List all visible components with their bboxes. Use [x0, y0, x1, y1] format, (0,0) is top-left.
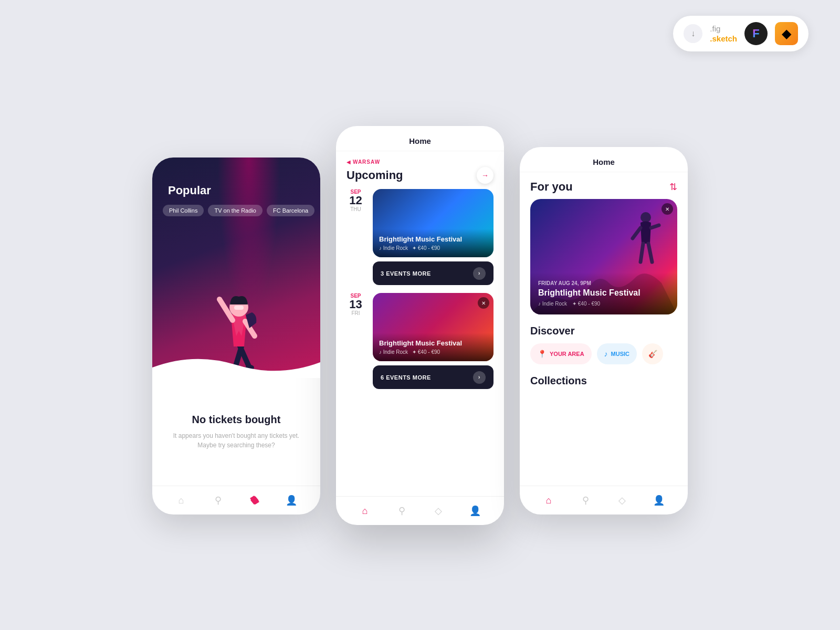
genre-1: ♪ Indie Rock	[379, 245, 408, 251]
area-icon: 📍	[538, 350, 547, 358]
event-section-sep13: SEP 13 FRI ✕ Brightlight Music Festival …	[346, 293, 494, 389]
phone-no-tickets: Popular Phil Collins TV on the Radio FC …	[152, 158, 320, 514]
discover-chip-music[interactable]: ♪ MUSIC	[597, 343, 637, 364]
phone3-header: Home	[520, 147, 688, 172]
featured-overlay: FRIDAY AUG 24, 9PM Brightlight Music Fes…	[530, 272, 677, 314]
for-you-title: For you	[530, 180, 573, 194]
svg-line-13	[640, 244, 643, 262]
download-badge[interactable]: ↓ .fig .sketch F ◆	[673, 16, 808, 51]
events-col-sep13: ✕ Brightlight Music Festival ♪ Indie Roc…	[373, 293, 494, 389]
svg-line-14	[648, 244, 652, 262]
fig-label: .fig	[710, 24, 737, 34]
discover-chip-extra[interactable]: 🎸	[642, 343, 663, 364]
collections-title: Collections	[530, 375, 677, 387]
no-tickets-desc: It appears you haven't bought any ticket…	[173, 431, 299, 450]
filter-icon[interactable]: ⇅	[669, 181, 677, 193]
phone3-nav-user[interactable]: 👤	[653, 494, 665, 507]
upcoming-arrow-btn[interactable]: →	[477, 167, 494, 184]
tag-tv-radio[interactable]: TV on the Radio	[208, 205, 262, 216]
featured-meta: ♪ Indie Rock ✦ €40 - €90	[538, 301, 669, 307]
events-col-sep12: Brightlight Music Festival ♪ Indie Rock …	[373, 189, 494, 285]
phone2-nav-home[interactable]: ⌂	[359, 505, 371, 517]
day-13: 13	[346, 299, 365, 310]
event-overlay-2: Brightlight Music Festival ♪ Indie Rock …	[373, 333, 494, 361]
phone-for-you: Home For you ⇅	[520, 147, 688, 514]
tag-fc-barcelona[interactable]: FC Barcelona	[267, 205, 314, 216]
file-types: .fig .sketch	[710, 24, 737, 44]
featured-date: FRIDAY AUG 24, 9PM	[538, 280, 669, 286]
dayname-fri: FRI	[346, 310, 365, 316]
extra-icon: 🎸	[648, 350, 657, 358]
price-1: ✦ €40 - €90	[412, 245, 440, 251]
chip-area-label: YOUR AREA	[550, 351, 584, 357]
discover-title: Discover	[530, 325, 677, 337]
phone2-nav-search[interactable]: ⚲	[395, 505, 408, 517]
nav-search-icon[interactable]: ⚲	[212, 494, 224, 507]
figma-icon[interactable]: F	[744, 22, 768, 45]
more-events-btn-6[interactable]: 6 EVENTS MORE ›	[373, 365, 494, 389]
wave-divider	[152, 352, 320, 378]
svg-line-11	[633, 228, 640, 238]
phone2-nav-user[interactable]: 👤	[469, 505, 481, 517]
phone1-nav: ⌂ ⚲ 👤	[152, 486, 320, 514]
music-icon: ♪	[604, 350, 608, 358]
no-tickets-content: No tickets bought It appears you haven't…	[152, 378, 320, 486]
date-col-sep12: SEP 12 THU	[346, 189, 365, 212]
chip-music-label: MUSIC	[611, 351, 629, 357]
phone2-nav-ticket[interactable]: ◇	[432, 505, 445, 517]
discover-chip-area[interactable]: 📍 YOUR AREA	[530, 343, 592, 364]
nav-user-icon[interactable]: 👤	[285, 494, 298, 507]
svg-rect-8	[234, 306, 244, 310]
more-count-3: 3 EVENTS MORE	[381, 270, 473, 277]
more-events-btn-3[interactable]: 3 EVENTS MORE ›	[373, 261, 494, 285]
svg-line-12	[651, 225, 659, 228]
event-name-2: Brightlight Music Festival	[379, 339, 487, 347]
phone3-nav-search[interactable]: ⚲	[579, 494, 592, 507]
featured-close-btn[interactable]: ✕	[662, 203, 673, 215]
phone2-nav: ⌂ ⚲ ◇ 👤	[336, 496, 504, 525]
upcoming-title: Upcoming	[346, 169, 403, 182]
no-tickets-title: No tickets bought	[192, 414, 281, 426]
sketch-icon[interactable]: ◆	[775, 22, 798, 45]
featured-genre: ♪ Indie Rock	[538, 301, 567, 307]
phone3-scroll[interactable]: For you ⇅	[520, 172, 688, 486]
popular-tags: Phil Collins TV on the Radio FC Barcelon…	[163, 205, 314, 216]
featured-name: Brightlight Music Festival	[538, 288, 669, 298]
event-meta-2: ♪ Indie Rock ✦ €40 - €90	[379, 349, 487, 355]
phone2-header: Home	[336, 126, 504, 151]
more-arrow-icon-6: ›	[473, 371, 486, 384]
event-card-brightlight-1[interactable]: Brightlight Music Festival ♪ Indie Rock …	[373, 189, 494, 257]
phone2-scroll[interactable]: ◀ WARSAW Upcoming → SEP 12 THU	[336, 151, 504, 496]
phone3-nav-home[interactable]: ⌂	[542, 494, 555, 507]
date-row-sep13: SEP 13 FRI ✕ Brightlight Music Festival …	[346, 293, 494, 389]
phone3-nav: ⌂ ⚲ ◇ 👤	[520, 486, 688, 514]
event-name-1: Brightlight Music Festival	[379, 235, 487, 243]
more-arrow-icon-3: ›	[473, 267, 486, 280]
nav-home-icon[interactable]: ⌂	[175, 494, 187, 507]
popular-label: Popular	[168, 184, 211, 197]
price-2: ✦ €40 - €90	[412, 349, 440, 355]
more-count-6: 6 EVENTS MORE	[381, 374, 473, 381]
close-event-btn[interactable]: ✕	[478, 297, 489, 309]
event-card-brightlight-2[interactable]: ✕ Brightlight Music Festival ♪ Indie Roc…	[373, 293, 494, 361]
for-you-header: For you ⇅	[530, 172, 677, 199]
phones-container: Popular Phil Collins TV on the Radio FC …	[152, 126, 688, 525]
sketch-label: .sketch	[710, 34, 737, 44]
svg-point-10	[640, 212, 651, 223]
discover-row: 📍 YOUR AREA ♪ MUSIC 🎸	[530, 343, 677, 364]
tag-phil-collins[interactable]: Phil Collins	[163, 205, 204, 216]
location-text: WARSAW	[353, 159, 380, 165]
upcoming-header: ◀ WARSAW Upcoming →	[346, 151, 494, 189]
hero-section: Popular Phil Collins TV on the Radio FC …	[152, 158, 320, 378]
day-12: 12	[346, 195, 365, 206]
location-row: ◀ WARSAW	[346, 159, 494, 165]
featured-price: ✦ €40 - €90	[572, 301, 600, 307]
nav-ticket-icon[interactable]	[248, 494, 261, 507]
phone3-nav-ticket[interactable]: ◇	[616, 494, 628, 507]
event-overlay: Brightlight Music Festival ♪ Indie Rock …	[373, 229, 494, 257]
event-meta-1: ♪ Indie Rock ✦ €40 - €90	[379, 245, 487, 251]
genre-2: ♪ Indie Rock	[379, 349, 408, 355]
featured-card[interactable]: ✕ FRIDAY AUG 24, 9PM Brightlight Music F…	[530, 199, 677, 314]
upcoming-row: Upcoming →	[346, 167, 494, 184]
location-arrow-icon: ◀	[346, 159, 351, 165]
